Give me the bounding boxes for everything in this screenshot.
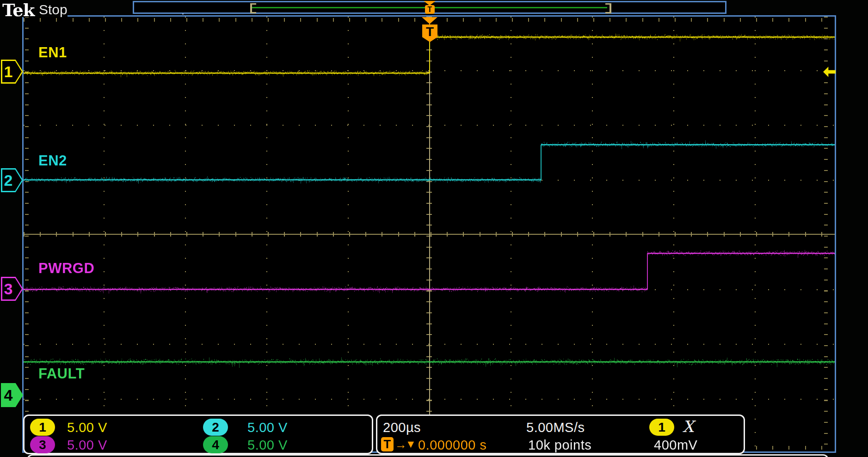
oscilloscope-screen: Tek Stop T T 1 2 3 4 EN1 EN2 PWRGD FAULT… xyxy=(0,0,868,457)
channel-4-badge: 4 xyxy=(203,436,228,453)
waveform-canvas xyxy=(24,17,835,451)
record-length: 10k points xyxy=(528,438,591,453)
trigger-delay-value: 0.000000 s xyxy=(418,438,487,453)
horizontal-trigger-readout-box: 200µs 5.00MS/s 1 X T → ▼ 0.000000 s 10k … xyxy=(376,414,745,454)
trace-label-pwrgd: PWRGD xyxy=(38,260,94,277)
record-window-bracket-left xyxy=(250,3,256,13)
channel-4-scale: 5.00 V xyxy=(247,438,288,453)
acquisition-status: Stop xyxy=(39,2,68,18)
bottom-menu-bar xyxy=(27,454,829,457)
timebase-scale: 200µs xyxy=(383,420,421,435)
channel-1-badge: 1 xyxy=(30,419,55,436)
trigger-delay-marker-icon: ▼ xyxy=(406,438,416,451)
trigger-source-badge: 1 xyxy=(649,419,674,436)
channel-1-scale: 5.00 V xyxy=(67,420,107,435)
record-trigger-t-badge: T xyxy=(425,5,435,14)
channel-readout-box: 1 5.00 V 2 5.00 V 3 5.00 V 4 5.00 V xyxy=(23,414,373,454)
channel-3-badge: 3 xyxy=(30,436,55,453)
channel-3-ground-marker: 3 xyxy=(1,277,23,301)
sample-rate: 5.00MS/s xyxy=(526,420,585,435)
channel-2-scale: 5.00 V xyxy=(247,420,288,435)
trace-label-en2: EN2 xyxy=(38,152,67,169)
graticule xyxy=(22,15,836,453)
trigger-position-arrow-icon xyxy=(422,17,437,24)
trace-label-en1: EN1 xyxy=(38,44,67,61)
trigger-delay-t-icon: T xyxy=(381,437,394,451)
trigger-slope-symbol: X xyxy=(683,417,694,436)
record-window-bracket-right xyxy=(605,3,611,13)
trace-label-fault: FAULT xyxy=(38,366,85,382)
channel-2-ground-marker: 2 xyxy=(1,168,23,192)
tek-logo: Tek xyxy=(2,0,34,20)
channel-4-ground-marker: 4 xyxy=(1,383,23,407)
channel-2-badge: 2 xyxy=(203,419,228,436)
channel-1-ground-marker: 1 xyxy=(1,60,23,84)
trigger-level-value: 400mV xyxy=(654,438,697,453)
channel-3-scale: 5.00 V xyxy=(67,438,107,453)
